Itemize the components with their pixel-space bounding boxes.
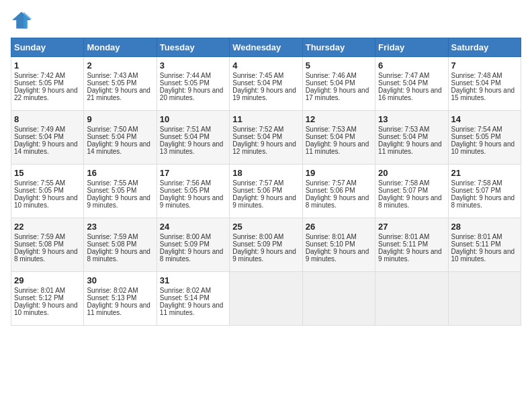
day-cell: 8Sunrise: 7:49 AMSunset: 5:04 PMDaylight… bbox=[11, 111, 84, 165]
daylight: Daylight: 9 hours and 10 minutes. bbox=[14, 194, 78, 209]
sunset: Sunset: 5:04 PM bbox=[306, 79, 355, 87]
svg-marker-1 bbox=[12, 12, 31, 29]
sunset: Sunset: 5:12 PM bbox=[14, 294, 64, 302]
sunrise: Sunrise: 7:46 AM bbox=[306, 72, 357, 79]
sunrise: Sunrise: 7:55 AM bbox=[87, 179, 138, 187]
daylight: Daylight: 9 hours and 8 minutes. bbox=[378, 194, 442, 209]
day-cell: 29Sunrise: 8:01 AMSunset: 5:12 PMDayligh… bbox=[11, 272, 84, 326]
day-cell: 25Sunrise: 8:00 AMSunset: 5:09 PMDayligh… bbox=[230, 218, 302, 272]
sunrise: Sunrise: 7:50 AM bbox=[87, 126, 138, 133]
daylight: Daylight: 9 hours and 11 minutes. bbox=[87, 302, 150, 316]
sunrise: Sunrise: 7:57 AM bbox=[306, 179, 357, 187]
day-cell: 11Sunrise: 7:52 AMSunset: 5:04 PMDayligh… bbox=[230, 111, 302, 165]
sunset: Sunset: 5:04 PM bbox=[451, 79, 501, 87]
day-number: 25 bbox=[232, 222, 299, 232]
day-number: 11 bbox=[232, 114, 299, 124]
day-cell: 18Sunrise: 7:57 AMSunset: 5:06 PMDayligh… bbox=[230, 165, 302, 218]
daylight: Daylight: 9 hours and 19 minutes. bbox=[232, 87, 296, 101]
daylight: Daylight: 9 hours and 11 minutes. bbox=[378, 140, 442, 155]
sunset: Sunset: 5:08 PM bbox=[14, 240, 64, 248]
sunrise: Sunrise: 7:56 AM bbox=[160, 179, 211, 187]
day-number: 14 bbox=[451, 114, 518, 124]
day-number: 15 bbox=[14, 168, 81, 178]
daylight: Daylight: 9 hours and 9 minutes. bbox=[87, 194, 150, 209]
week-row-4: 22Sunrise: 7:59 AMSunset: 5:08 PMDayligh… bbox=[11, 218, 521, 272]
sunset: Sunset: 5:14 PM bbox=[160, 294, 210, 302]
day-cell: 15Sunrise: 7:55 AMSunset: 5:05 PMDayligh… bbox=[11, 165, 84, 218]
sunrise: Sunrise: 7:59 AM bbox=[87, 233, 138, 240]
sunrise: Sunrise: 7:58 AM bbox=[451, 179, 502, 187]
header-cell-sunday: Sunday bbox=[11, 38, 84, 57]
day-number: 19 bbox=[306, 168, 372, 178]
day-cell: 20Sunrise: 7:58 AMSunset: 5:07 PMDayligh… bbox=[375, 165, 448, 218]
sunrise: Sunrise: 8:01 AM bbox=[378, 233, 429, 240]
daylight: Daylight: 9 hours and 9 minutes. bbox=[232, 248, 296, 263]
week-row-1: 1Sunrise: 7:42 AMSunset: 5:05 PMDaylight… bbox=[11, 57, 521, 111]
day-number: 5 bbox=[306, 60, 372, 71]
sunset: Sunset: 5:09 PM bbox=[160, 240, 210, 248]
sunset: Sunset: 5:05 PM bbox=[160, 187, 210, 194]
day-cell: 13Sunrise: 7:53 AMSunset: 5:04 PMDayligh… bbox=[375, 111, 448, 165]
sunrise: Sunrise: 7:54 AM bbox=[451, 126, 502, 133]
daylight: Daylight: 9 hours and 9 minutes. bbox=[232, 194, 296, 209]
day-cell: 23Sunrise: 7:59 AMSunset: 5:08 PMDayligh… bbox=[84, 218, 157, 272]
day-number: 22 bbox=[14, 222, 81, 232]
day-number: 30 bbox=[87, 275, 153, 285]
sunset: Sunset: 5:09 PM bbox=[232, 240, 282, 248]
header-cell-monday: Monday bbox=[84, 38, 157, 57]
daylight: Daylight: 9 hours and 8 minutes. bbox=[160, 248, 224, 263]
daylight: Daylight: 9 hours and 16 minutes. bbox=[378, 87, 442, 101]
day-number: 16 bbox=[87, 168, 153, 178]
sunrise: Sunrise: 8:01 AM bbox=[14, 287, 65, 294]
header-row: SundayMondayTuesdayWednesdayThursdayFrid… bbox=[11, 38, 521, 57]
daylight: Daylight: 9 hours and 11 minutes. bbox=[306, 140, 369, 155]
day-cell bbox=[448, 272, 521, 326]
day-number: 24 bbox=[160, 222, 226, 232]
day-cell: 6Sunrise: 7:47 AMSunset: 5:04 PMDaylight… bbox=[375, 57, 448, 111]
day-cell: 17Sunrise: 7:56 AMSunset: 5:05 PMDayligh… bbox=[157, 165, 229, 218]
header-cell-tuesday: Tuesday bbox=[157, 38, 229, 57]
day-cell: 31Sunrise: 8:02 AMSunset: 5:14 PMDayligh… bbox=[157, 272, 229, 326]
sunset: Sunset: 5:10 PM bbox=[306, 240, 355, 248]
sunrise: Sunrise: 7:52 AM bbox=[232, 126, 283, 133]
daylight: Daylight: 9 hours and 21 minutes. bbox=[87, 87, 150, 101]
sunrise: Sunrise: 7:44 AM bbox=[160, 72, 211, 79]
sunrise: Sunrise: 8:00 AM bbox=[232, 233, 283, 240]
day-cell: 22Sunrise: 7:59 AMSunset: 5:08 PMDayligh… bbox=[11, 218, 84, 272]
sunrise: Sunrise: 7:59 AM bbox=[14, 233, 65, 240]
daylight: Daylight: 9 hours and 22 minutes. bbox=[14, 87, 78, 101]
logo-icon bbox=[11, 11, 32, 30]
daylight: Daylight: 9 hours and 8 minutes. bbox=[87, 248, 150, 263]
sunset: Sunset: 5:05 PM bbox=[451, 133, 501, 140]
day-cell: 27Sunrise: 8:01 AMSunset: 5:11 PMDayligh… bbox=[375, 218, 448, 272]
sunset: Sunset: 5:04 PM bbox=[306, 133, 355, 140]
day-number: 29 bbox=[14, 275, 81, 285]
day-number: 1 bbox=[14, 60, 81, 71]
day-number: 7 bbox=[451, 60, 518, 71]
week-row-2: 8Sunrise: 7:49 AMSunset: 5:04 PMDaylight… bbox=[11, 111, 521, 165]
day-number: 4 bbox=[232, 60, 299, 71]
sunset: Sunset: 5:11 PM bbox=[451, 240, 501, 248]
sunrise: Sunrise: 7:48 AM bbox=[451, 72, 502, 79]
sunrise: Sunrise: 7:49 AM bbox=[14, 126, 65, 133]
daylight: Daylight: 9 hours and 9 minutes. bbox=[160, 194, 224, 209]
day-cell: 1Sunrise: 7:42 AMSunset: 5:05 PMDaylight… bbox=[11, 57, 84, 111]
week-row-5: 29Sunrise: 8:01 AMSunset: 5:12 PMDayligh… bbox=[11, 272, 521, 326]
day-number: 26 bbox=[306, 222, 372, 232]
calendar-body: 1Sunrise: 7:42 AMSunset: 5:05 PMDaylight… bbox=[11, 57, 521, 326]
sunset: Sunset: 5:07 PM bbox=[451, 187, 501, 194]
day-cell: 21Sunrise: 7:58 AMSunset: 5:07 PMDayligh… bbox=[448, 165, 521, 218]
day-cell: 30Sunrise: 8:02 AMSunset: 5:13 PMDayligh… bbox=[84, 272, 157, 326]
daylight: Daylight: 9 hours and 20 minutes. bbox=[160, 87, 224, 101]
daylight: Daylight: 9 hours and 9 minutes. bbox=[378, 248, 442, 263]
sunrise: Sunrise: 7:43 AM bbox=[87, 72, 138, 79]
day-cell: 26Sunrise: 8:01 AMSunset: 5:10 PMDayligh… bbox=[302, 218, 375, 272]
sunrise: Sunrise: 7:45 AM bbox=[232, 72, 283, 79]
sunset: Sunset: 5:05 PM bbox=[14, 187, 64, 194]
daylight: Daylight: 9 hours and 8 minutes. bbox=[14, 248, 78, 263]
week-row-3: 15Sunrise: 7:55 AMSunset: 5:05 PMDayligh… bbox=[11, 165, 521, 218]
header-cell-thursday: Thursday bbox=[302, 38, 375, 57]
sunset: Sunset: 5:04 PM bbox=[378, 133, 428, 140]
day-cell: 14Sunrise: 7:54 AMSunset: 5:05 PMDayligh… bbox=[448, 111, 521, 165]
sunset: Sunset: 5:06 PM bbox=[306, 187, 355, 194]
